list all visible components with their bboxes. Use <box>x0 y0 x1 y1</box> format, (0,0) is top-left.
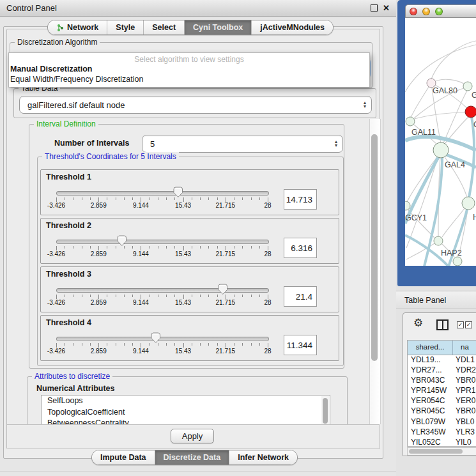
table-row[interactable]: YBL079WYBL0 <box>408 417 476 427</box>
dropdown-option-manual[interactable]: Manual Discretization <box>10 65 93 73</box>
slider-tick <box>174 295 175 297</box>
attribute-list-item[interactable]: TopologicalCoefficient <box>42 407 330 418</box>
attributes-group-title: Attributes to discretize <box>32 372 112 381</box>
tab-discretize-data[interactable]: Discretize Data <box>155 450 230 464</box>
slider-track[interactable] <box>56 191 269 196</box>
minimize-traffic-light-icon[interactable] <box>422 8 430 15</box>
close-traffic-light-icon[interactable] <box>410 8 417 15</box>
slider-tick <box>116 246 116 249</box>
node-attribute-table[interactable]: shared... na YDL19...YDL1YDR27...YDR2YBR… <box>407 340 476 447</box>
float-window-icon[interactable] <box>371 4 378 12</box>
cell-name: YDR2 <box>453 365 476 376</box>
network-node-hap2[interactable] <box>434 236 443 245</box>
network-node-ga[interactable] <box>463 82 472 91</box>
threshold-value-field[interactable]: 11.344 <box>284 335 317 355</box>
tab-style[interactable]: Style <box>107 20 144 35</box>
table-row[interactable]: YDL19...YDL1 <box>408 355 476 365</box>
tab-network[interactable]: Network <box>48 20 107 35</box>
slider-tick <box>158 246 158 249</box>
checkbox-icon-1[interactable]: ✓ <box>457 321 464 328</box>
table-row[interactable]: YDR27...YDR2 <box>408 365 476 376</box>
tab-cyni-toolbox[interactable]: Cyni Toolbox <box>185 20 252 35</box>
gear-icon[interactable]: ⚙ <box>413 317 423 330</box>
cell-shared-name: YLR345W <box>408 427 453 438</box>
table-row[interactable]: YPR145WYPR1 <box>408 386 476 396</box>
close-panel-icon[interactable]: ✕ <box>383 4 390 12</box>
slider-thumb[interactable] <box>218 284 228 295</box>
attributes-list-scrollbar[interactable] <box>321 396 329 425</box>
slider-tick <box>141 343 141 348</box>
apply-button[interactable]: Apply <box>171 429 214 443</box>
slider-tick <box>192 197 192 200</box>
content-scrollbar-thumb[interactable] <box>371 134 378 361</box>
threshold-value-field[interactable]: 21.4 <box>284 286 317 307</box>
tab-jactivemnodules[interactable]: jActiveMNodules <box>252 20 333 35</box>
algorithm-dropdown-hint: Select algorithm to view settings <box>9 55 369 64</box>
network-edge[interactable] <box>414 112 466 119</box>
table-horizontal-scrollbar[interactable] <box>407 447 476 456</box>
network-node[interactable] <box>453 257 462 266</box>
slider-tick-label: 9.144 <box>133 250 149 257</box>
tab-label: Infer Network <box>238 453 289 462</box>
number-of-intervals-label: Number of Intervals <box>54 139 129 148</box>
table-row[interactable]: YER054CYER0 <box>408 396 476 406</box>
slider-track[interactable] <box>56 337 269 341</box>
network-node-gal4[interactable] <box>433 142 449 158</box>
table-row[interactable]: YLR345WYLR3 <box>408 427 476 438</box>
network-edge[interactable] <box>431 79 468 86</box>
slider-tick <box>56 295 57 299</box>
threshold-label: Threshold 2 <box>46 221 91 230</box>
network-edge[interactable] <box>442 208 465 237</box>
threshold-value-field[interactable]: 14.713 <box>284 189 317 210</box>
network-window-titlebar[interactable] <box>405 4 476 18</box>
dropdown-option-equal-width[interactable]: Equal Width/Frequency Discretization <box>10 75 143 84</box>
attributes-list-scrollbar-thumb[interactable] <box>323 398 328 424</box>
slider-tick <box>65 197 65 200</box>
cell-name: YBL0 <box>453 417 476 427</box>
slider-tick <box>183 197 184 202</box>
network-node-gal11[interactable] <box>406 117 415 126</box>
threshold-value-field[interactable]: 6.316 <box>284 238 317 258</box>
network-edge[interactable] <box>407 157 437 202</box>
cell-shared-name: YER054C <box>408 396 453 406</box>
content-vertical-scrollbar[interactable] <box>369 119 381 424</box>
number-of-intervals-spinner[interactable]: 5 ▴▾ <box>142 135 343 153</box>
split-columns-icon[interactable] <box>436 319 449 330</box>
table-hscrollbar-thumb[interactable] <box>409 449 463 454</box>
network-graph[interactable]: GAL80GACGAL11GAL4GCY1HHAP2 <box>405 18 476 266</box>
network-node-c[interactable] <box>465 106 476 118</box>
table-body: YDL19...YDL1YDR27...YDR2YBR043CYBR0YPR14… <box>408 355 476 447</box>
slider-tick <box>56 246 57 250</box>
network-node-gcy1[interactable] <box>405 201 410 210</box>
table-row[interactable]: YBR043CYBR0 <box>408 376 476 386</box>
slider-track[interactable] <box>56 288 269 293</box>
tab-label: Cyni Toolbox <box>193 23 243 32</box>
slider-thumb[interactable] <box>117 235 127 247</box>
slider-tick <box>116 343 116 346</box>
checkbox-icon-2[interactable]: ✓ <box>465 321 472 328</box>
table-row[interactable]: YBR045CYBR0 <box>408 406 476 417</box>
slider-tick <box>208 246 209 249</box>
column-header-shared-name[interactable]: shared... <box>408 341 453 355</box>
slider-tick <box>141 295 141 299</box>
slider-track[interactable] <box>56 240 269 244</box>
numerical-attributes-list[interactable]: SelfLoopsTopologicalCoefficientBetweenne… <box>41 395 330 426</box>
combo-spinner-icon[interactable]: ▴▾ <box>364 101 366 109</box>
zoom-traffic-light-icon[interactable] <box>435 8 443 15</box>
slider-tick-label: 2.859 <box>91 250 107 257</box>
table-data-combobox[interactable]: galFiltered.sif default node ▴▾ <box>19 96 372 114</box>
slider-thumb[interactable] <box>173 187 183 198</box>
tab-impute-data[interactable]: Impute Data <box>92 450 155 464</box>
network-node-h[interactable] <box>462 197 475 210</box>
column-header-name[interactable]: na <box>453 341 476 355</box>
tab-infer-network[interactable]: Infer Network <box>229 450 297 464</box>
slider-tick <box>200 295 201 297</box>
slider-tick <box>116 197 116 200</box>
slider-tick <box>132 295 133 297</box>
network-canvas[interactable]: GAL80GACGAL11GAL4GCY1HHAP2 <box>405 18 476 266</box>
tab-select[interactable]: Select <box>144 20 185 35</box>
spinner-arrows-icon[interactable]: ▴▾ <box>335 140 337 148</box>
table-row[interactable]: YIL052CYIL0 <box>408 438 476 447</box>
slider-thumb[interactable] <box>151 332 161 344</box>
attribute-list-item[interactable]: SelfLoops <box>42 395 330 407</box>
